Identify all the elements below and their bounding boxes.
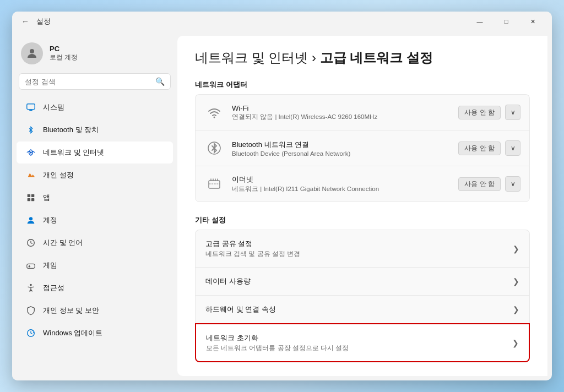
sidebar-label-apps: 앱 bbox=[43, 193, 50, 203]
bluetooth-net-name: Bluetooth 네트워크 연결 bbox=[232, 140, 458, 150]
sidebar-label-time: 시간 및 언어 bbox=[43, 238, 83, 248]
privacy-icon bbox=[25, 305, 36, 316]
sidebar-item-personalization[interactable]: 개인 설정 bbox=[17, 164, 173, 186]
profile-text: PC 로컬 계정 bbox=[50, 45, 78, 62]
content-area: PC 로컬 계정 🔍 시스템 Bluetooth 및 장치 bbox=[12, 31, 552, 380]
network-adapter-list: Wi-Fi 연결되지 않음 | Intel(R) Wireless-AC 926… bbox=[195, 94, 530, 202]
sidebar-label-gaming: 게임 bbox=[43, 260, 57, 270]
breadcrumb-separator: › bbox=[312, 50, 320, 65]
back-button[interactable]: ← bbox=[19, 15, 32, 28]
data-usage-chevron: ❯ bbox=[513, 277, 519, 286]
svg-rect-7 bbox=[31, 198, 34, 201]
other-settings-list: 고급 공유 설정 네트워크 검색 및 공유 설정 변경 ❯ 데이터 사용량 ❯ … bbox=[195, 230, 530, 362]
sidebar-item-accessibility[interactable]: 접근성 bbox=[17, 277, 173, 299]
ethernet-name: 이더넷 bbox=[232, 175, 458, 184]
titlebar: ← 설정 — □ ✕ bbox=[12, 12, 552, 31]
sidebar-label-bluetooth: Bluetooth 및 장치 bbox=[43, 125, 99, 135]
system-icon bbox=[25, 102, 36, 113]
wifi-adapter-name: Wi-Fi bbox=[232, 104, 458, 112]
sidebar-item-system[interactable]: 시스템 bbox=[17, 96, 173, 118]
wifi-adapter-sub: 연결되지 않음 | Intel(R) Wireless-AC 9260 160M… bbox=[232, 113, 458, 121]
svg-rect-6 bbox=[28, 198, 30, 201]
titlebar-left: ← 설정 bbox=[19, 15, 51, 28]
wifi-adapter-text: Wi-Fi 연결되지 않음 | Intel(R) Wireless-AC 926… bbox=[232, 104, 458, 121]
hardware-properties-chevron: ❯ bbox=[513, 305, 519, 314]
main-content: 네트워크 및 인터넷 › 고급 네트워크 설정 네트워크 어댑터 bbox=[177, 36, 547, 376]
data-usage-name: 데이터 사용량 bbox=[205, 276, 513, 286]
svg-point-0 bbox=[30, 49, 34, 53]
accessibility-icon bbox=[25, 282, 36, 293]
ethernet-chevron-button[interactable]: ∨ bbox=[505, 176, 520, 192]
accounts-icon bbox=[25, 215, 36, 226]
sidebar-label-accounts: 계정 bbox=[43, 215, 57, 225]
svg-point-11 bbox=[30, 284, 32, 286]
network-reset-sub: 모든 네트워크 어댑터를 공장 설정으로 다시 설정 bbox=[206, 344, 512, 352]
data-usage-text: 데이터 사용량 bbox=[205, 276, 513, 286]
network-reset-text: 네트워크 초기화 모든 네트워크 어댑터를 공장 설정으로 다시 설정 bbox=[206, 333, 512, 352]
time-icon bbox=[25, 237, 36, 248]
ethernet-text: 이더넷 네트워크 | Intel(R) I211 Gigabit Network… bbox=[232, 175, 458, 193]
bluetooth-icon bbox=[25, 124, 36, 135]
svg-rect-2 bbox=[29, 110, 32, 111]
advanced-sharing-sub: 네트워크 검색 및 공유 설정 변경 bbox=[205, 250, 513, 258]
bluetooth-net-sub: Bluetooth Device (Personal Area Network) bbox=[232, 150, 458, 157]
wifi-status-badge: 사용 안 함 bbox=[458, 106, 501, 119]
personalization-icon bbox=[25, 170, 36, 181]
close-button[interactable]: ✕ bbox=[520, 12, 545, 31]
maximize-button[interactable]: □ bbox=[494, 12, 519, 31]
sidebar-label-system: 시스템 bbox=[43, 102, 64, 112]
ethernet-item[interactable]: 이더넷 네트워크 | Intel(R) I211 Gigabit Network… bbox=[195, 166, 530, 202]
bluetooth-net-icon bbox=[204, 138, 224, 158]
sidebar-item-bluetooth[interactable]: Bluetooth 및 장치 bbox=[17, 119, 173, 141]
ethernet-sub: 네트워크 | Intel(R) I211 Gigabit Network Con… bbox=[232, 185, 458, 193]
sidebar-item-privacy[interactable]: 개인 정보 및 보안 bbox=[17, 300, 173, 322]
sidebar-label-network: 네트워크 및 인터넷 bbox=[43, 148, 104, 157]
minimize-button[interactable]: — bbox=[467, 12, 492, 31]
gaming-icon bbox=[25, 260, 36, 271]
wifi-chevron-button[interactable]: ∨ bbox=[505, 105, 520, 120]
sidebar-item-network[interactable]: 네트워크 및 인터넷 bbox=[17, 141, 173, 164]
svg-rect-10 bbox=[27, 264, 35, 268]
search-input[interactable] bbox=[25, 78, 152, 86]
svg-rect-1 bbox=[27, 104, 35, 110]
search-box[interactable]: 🔍 bbox=[19, 73, 171, 90]
apps-icon bbox=[25, 192, 36, 203]
breadcrumb-part: 네트워크 및 인터넷 bbox=[195, 50, 308, 65]
wifi-adapter-icon bbox=[204, 102, 224, 122]
hardware-properties-item[interactable]: 하드웨어 및 연결 속성 ❯ bbox=[195, 295, 530, 323]
bluetooth-net-status-badge: 사용 안 함 bbox=[458, 141, 501, 155]
bluetooth-net-chevron-button[interactable]: ∨ bbox=[505, 140, 520, 156]
advanced-sharing-item[interactable]: 고급 공유 설정 네트워크 검색 및 공유 설정 변경 ❯ bbox=[195, 230, 530, 267]
window-controls: — □ ✕ bbox=[467, 12, 545, 31]
advanced-sharing-name: 고급 공유 설정 bbox=[205, 239, 513, 249]
svg-rect-4 bbox=[28, 194, 30, 197]
ethernet-icon bbox=[204, 174, 224, 194]
profile-name: PC bbox=[50, 45, 78, 53]
avatar bbox=[21, 42, 43, 64]
wifi-adapter-right: 사용 안 함 ∨ bbox=[458, 105, 520, 120]
sidebar-item-time[interactable]: 시간 및 언어 bbox=[17, 232, 173, 254]
sidebar: PC 로컬 계정 🔍 시스템 Bluetooth 및 장치 bbox=[12, 31, 177, 380]
page-title: 네트워크 및 인터넷 › 고급 네트워크 설정 bbox=[195, 49, 530, 67]
sidebar-item-gaming[interactable]: 게임 bbox=[17, 254, 173, 276]
sidebar-item-update[interactable]: Windows 업데이트 bbox=[17, 322, 173, 344]
svg-rect-15 bbox=[209, 181, 220, 188]
profile-section: PC 로컬 계정 bbox=[12, 36, 177, 73]
bluetooth-net-item[interactable]: Bluetooth 네트워크 연결 Bluetooth Device (Pers… bbox=[195, 130, 530, 166]
sidebar-label-update: Windows 업데이트 bbox=[43, 328, 102, 338]
network-reset-item[interactable]: 네트워크 초기화 모든 네트워크 어댑터를 공장 설정으로 다시 설정 ❯ bbox=[195, 323, 530, 362]
sidebar-item-apps[interactable]: 앱 bbox=[17, 187, 173, 209]
data-usage-item[interactable]: 데이터 사용량 ❯ bbox=[195, 267, 530, 295]
advanced-sharing-text: 고급 공유 설정 네트워크 검색 및 공유 설정 변경 bbox=[205, 239, 513, 258]
sidebar-item-accounts[interactable]: 계정 bbox=[17, 209, 173, 231]
wifi-adapter-item[interactable]: Wi-Fi 연결되지 않음 | Intel(R) Wireless-AC 926… bbox=[195, 94, 530, 130]
ethernet-right: 사용 안 함 ∨ bbox=[458, 176, 520, 192]
svg-point-8 bbox=[29, 217, 32, 220]
network-reset-chevron: ❯ bbox=[512, 339, 519, 347]
hardware-properties-text: 하드웨어 및 연결 속성 bbox=[205, 304, 513, 314]
sidebar-label-privacy: 개인 정보 및 보안 bbox=[43, 306, 99, 315]
window-title: 설정 bbox=[36, 17, 51, 26]
page-heading: 고급 네트워크 설정 bbox=[320, 50, 433, 65]
update-icon bbox=[25, 328, 36, 339]
network-adapters-title: 네트워크 어댑터 bbox=[195, 80, 530, 90]
